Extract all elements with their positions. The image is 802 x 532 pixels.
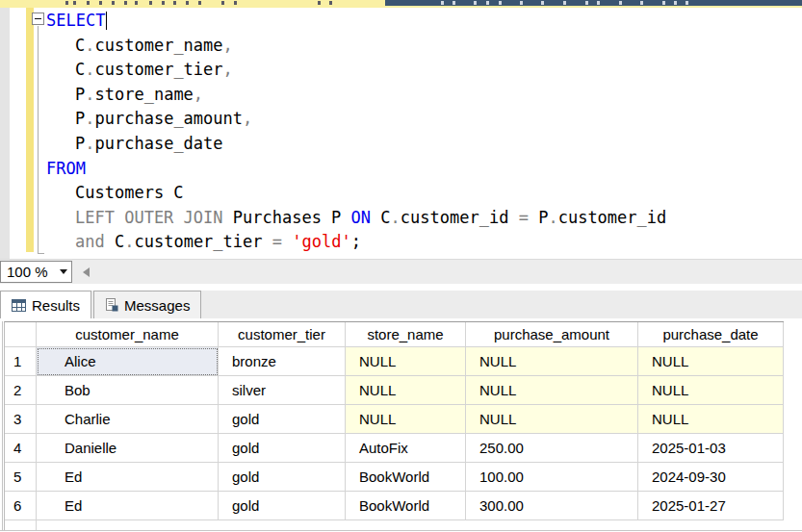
code-token bbox=[529, 208, 538, 227]
chevron-down-icon[interactable] bbox=[56, 269, 71, 274]
column-header-customer_tier[interactable]: customer_tier bbox=[219, 322, 346, 347]
grid-cell-store_name[interactable]: NULL bbox=[346, 376, 466, 405]
row-number-cell[interactable]: 2 bbox=[5, 376, 37, 405]
sql-editor[interactable]: SELECTC.customer_name,C.customer_tier,P.… bbox=[0, 0, 802, 259]
clipped-glyph-mark bbox=[597, 1, 600, 5]
messages-icon bbox=[105, 298, 118, 312]
table-row: 2BobsilverNULLNULLNULL bbox=[5, 376, 784, 405]
clipped-glyph-mark bbox=[162, 1, 165, 5]
code-lines: SELECTC.customer_name,C.customer_tier,P.… bbox=[0, 9, 789, 255]
grid-cell-customer_name[interactable]: Bob bbox=[37, 376, 219, 405]
code-token: . bbox=[85, 85, 94, 104]
grid-cell-store_name[interactable]: BookWorld bbox=[346, 463, 466, 492]
grid-cell-customer_name[interactable]: Danielle bbox=[37, 434, 219, 463]
code-token: , bbox=[194, 85, 203, 104]
grid-bottom-border bbox=[0, 530, 802, 531]
code-line: P.store_name, bbox=[0, 83, 789, 108]
code-token: LEFT OUTER JOIN bbox=[75, 208, 233, 227]
grid-cell-purchase_amount[interactable]: NULL bbox=[466, 376, 638, 405]
grid-cell-customer_tier[interactable]: bronze bbox=[219, 347, 346, 376]
code-token: Purchases P bbox=[233, 208, 351, 227]
zoom-level-combobox[interactable]: 100 % bbox=[0, 261, 72, 283]
clipped-glyph-mark bbox=[441, 1, 444, 5]
results-grid-icon bbox=[12, 299, 26, 312]
clipped-glyph-mark bbox=[585, 1, 588, 5]
zoom-level-value: 100 % bbox=[1, 264, 56, 280]
grid-cell-purchase_date[interactable]: NULL bbox=[638, 405, 784, 434]
tab-messages-label: Messages bbox=[124, 297, 190, 314]
grid-cell-customer_tier[interactable]: gold bbox=[219, 463, 346, 492]
code-line: Customers C bbox=[0, 181, 789, 206]
row-number-cell[interactable]: 3 bbox=[5, 405, 37, 434]
code-token: customer_tier bbox=[95, 60, 223, 79]
row-number-cell[interactable]: 4 bbox=[5, 434, 37, 463]
clipped-glyph-mark bbox=[65, 1, 68, 5]
column-header-purchase_date[interactable]: purchase_date bbox=[638, 322, 784, 347]
clipped-glyph-mark bbox=[486, 1, 489, 5]
tab-results-label: Results bbox=[32, 297, 80, 314]
grid-cell-purchase_date[interactable]: 2024-09-30 bbox=[638, 463, 784, 492]
code-token: P bbox=[538, 208, 548, 227]
grid-cell-store_name[interactable]: NULL bbox=[346, 347, 466, 376]
code-token: Customers C bbox=[75, 183, 184, 202]
code-token: customer_tier bbox=[134, 232, 262, 251]
ssms-query-window: SELECTC.customer_name,C.customer_tier,P.… bbox=[0, 0, 802, 532]
row-number-cell[interactable]: 6 bbox=[5, 492, 37, 520]
table-row: 4DaniellegoldAutoFix250.002025-01-03 bbox=[5, 434, 784, 463]
code-token: purchase_amount bbox=[95, 109, 244, 128]
code-line: C.customer_name, bbox=[0, 34, 789, 59]
grid-cell-customer_tier[interactable]: gold bbox=[219, 492, 346, 520]
code-token: . bbox=[85, 60, 94, 79]
table-row: 3CharliegoldNULLNULLNULL bbox=[5, 405, 784, 434]
clipped-glyph-mark bbox=[186, 1, 189, 5]
clipped-glyph-mark bbox=[221, 1, 224, 5]
row-number-cell[interactable]: 1 bbox=[5, 347, 37, 376]
clipped-glyph-mark bbox=[640, 1, 643, 5]
column-header-store_name[interactable]: store_name bbox=[346, 322, 466, 347]
grid-cell-purchase_amount[interactable]: 300.00 bbox=[466, 492, 638, 520]
grid-cell-customer_name[interactable]: Alice bbox=[37, 347, 219, 376]
clipped-glyph-mark bbox=[474, 1, 477, 5]
results-grid: customer_namecustomer_tierstore_namepurc… bbox=[4, 321, 784, 520]
clipped-glyph-mark bbox=[318, 1, 321, 5]
grid-cell-store_name[interactable]: AutoFix bbox=[346, 434, 466, 463]
grid-cell-purchase_date[interactable]: NULL bbox=[638, 376, 784, 405]
code-token: = bbox=[519, 208, 529, 227]
grid-cell-store_name[interactable]: NULL bbox=[346, 405, 466, 434]
grid-cell-customer_name[interactable]: Charlie bbox=[37, 405, 219, 434]
grid-cell-purchase_amount[interactable]: NULL bbox=[466, 405, 638, 434]
clipped-glyph-mark bbox=[112, 1, 115, 5]
grid-cell-customer_tier[interactable]: gold bbox=[219, 434, 346, 463]
code-token: ; bbox=[351, 232, 361, 251]
grid-cell-customer_tier[interactable]: gold bbox=[219, 405, 346, 434]
tab-messages[interactable]: Messages bbox=[93, 291, 201, 318]
code-line: SELECT bbox=[0, 9, 789, 34]
results-pane-tabs: Results Messages bbox=[0, 291, 802, 318]
hscroll-left-arrow-icon[interactable] bbox=[83, 267, 90, 277]
tab-results[interactable]: Results bbox=[0, 291, 91, 318]
code-token: SELECT bbox=[46, 11, 105, 30]
grid-cell-purchase_date[interactable]: NULL bbox=[638, 347, 784, 376]
grid-cell-purchase_amount[interactable]: 100.00 bbox=[466, 463, 638, 492]
grid-header-row: customer_namecustomer_tierstore_namepurc… bbox=[5, 322, 784, 347]
table-row: 5EdgoldBookWorld100.002024-09-30 bbox=[5, 463, 784, 492]
grid-cell-purchase_amount[interactable]: 250.00 bbox=[466, 434, 638, 463]
table-row: 1AlicebronzeNULLNULLNULL bbox=[5, 347, 784, 376]
table-row: 6EdgoldBookWorld300.002025-01-27 bbox=[5, 492, 784, 520]
grid-cell-customer_tier[interactable]: silver bbox=[219, 376, 346, 405]
grid-corner-cell[interactable] bbox=[5, 322, 37, 347]
grid-cell-purchase_date[interactable]: 2025-01-27 bbox=[638, 492, 784, 520]
clipped-glyph-mark bbox=[73, 1, 76, 5]
grid-cell-customer_name[interactable]: Ed bbox=[37, 492, 219, 520]
code-token: = bbox=[272, 232, 282, 251]
grid-cell-store_name[interactable]: BookWorld bbox=[346, 492, 466, 520]
code-token: . bbox=[85, 109, 94, 128]
column-header-purchase_amount[interactable]: purchase_amount bbox=[466, 322, 638, 347]
grid-cell-customer_name[interactable]: Ed bbox=[37, 463, 219, 492]
grid-cell-purchase_amount[interactable]: NULL bbox=[466, 347, 638, 376]
clipped-glyph-mark bbox=[124, 1, 127, 5]
row-number-cell[interactable]: 5 bbox=[5, 463, 37, 492]
clipped-glyph-mark bbox=[173, 1, 176, 5]
column-header-customer_name[interactable]: customer_name bbox=[37, 322, 219, 347]
grid-cell-purchase_date[interactable]: 2025-01-03 bbox=[638, 434, 784, 463]
